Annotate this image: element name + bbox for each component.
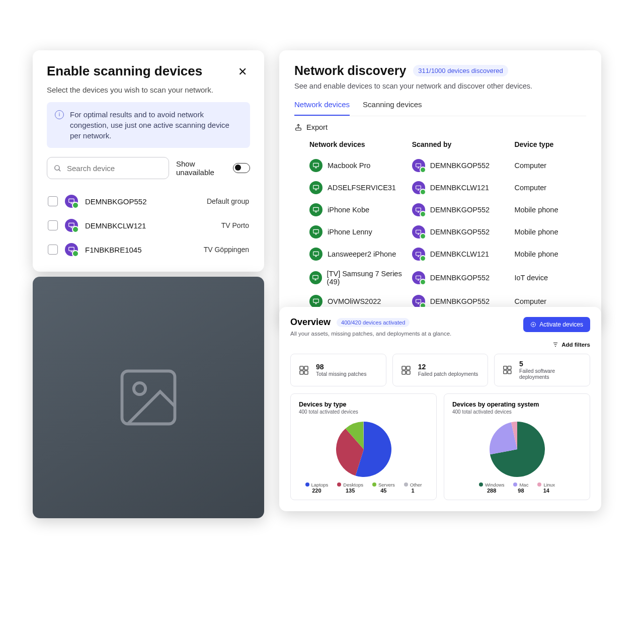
device-name: F1NBKBRE1045 — [85, 246, 142, 254]
overview-subtitle: All your assets, missing patches, and de… — [290, 331, 451, 337]
add-filters-label: Add filters — [561, 342, 590, 348]
search-input-wrap[interactable] — [47, 157, 169, 179]
stat-box[interactable]: 98Total missing patches — [290, 354, 386, 386]
search-icon — [53, 164, 62, 173]
svg-rect-4 — [69, 247, 74, 251]
device-type: Computer — [514, 162, 586, 170]
hero-photo — [33, 277, 264, 518]
scanner-name: DEMNBKGOP552 — [430, 228, 490, 236]
device-row: DEMNBKCLW121TV Porto — [47, 213, 250, 237]
col-scanned-by: Scanned by — [412, 140, 515, 148]
show-unavailable-toggle[interactable] — [233, 163, 250, 173]
pie-chart — [299, 422, 428, 477]
discovery-subtitle: See and enable devices to scan your netw… — [294, 82, 586, 90]
stat-box[interactable]: 5Failed software deployments — [494, 354, 590, 386]
tab-scanning-devices[interactable]: Scanning devices — [363, 100, 422, 116]
stat-box[interactable]: 12Failed patch deployments — [392, 354, 489, 386]
network-device-name: Macbook Pro — [328, 162, 370, 170]
svg-rect-20 — [313, 299, 319, 302]
device-row: DEMNBKGOP552Default group — [47, 189, 250, 213]
network-device-name: Lansweeper2 iPhone — [328, 250, 396, 258]
chart-title: Devices by operating system — [452, 401, 582, 408]
stat-label: Failed software deployments — [519, 368, 583, 380]
scanner-icon — [412, 271, 425, 284]
scanner-name: DEMNBKCLW121 — [430, 184, 489, 192]
panel-subtitle: Select the devices you wish to scan your… — [47, 86, 250, 94]
network-device-icon — [309, 248, 323, 261]
panel-title: Enable scanning devices — [47, 63, 202, 79]
device-checkbox[interactable] — [48, 196, 58, 206]
plus-circle-icon — [530, 321, 536, 328]
scanner-icon — [412, 225, 425, 238]
network-device-name: ADSELFSERVICE31 — [328, 184, 396, 192]
network-device-icon — [309, 225, 323, 238]
table-row: ADSELFSERVICE31DEMNBKCLW121Computer — [294, 177, 586, 199]
scanner-name: DEMNBKGOP552 — [430, 162, 490, 170]
legend-item: Mac98 — [513, 482, 528, 494]
network-device-name: iPhone Kobe — [328, 206, 369, 214]
stat-icon — [400, 364, 412, 376]
device-name: DEMNBKCLW121 — [85, 221, 146, 230]
chart-subtitle: 400 total activated devices — [452, 409, 582, 415]
add-filters-button[interactable]: Add filters — [290, 342, 590, 348]
col-device-type: Device type — [514, 140, 586, 148]
activate-devices-button[interactable]: Activate devices — [523, 317, 590, 332]
svg-rect-30 — [407, 371, 410, 374]
scanner-icon — [412, 181, 425, 194]
device-row: F1NBKBRE1045TV Göppingen — [47, 237, 250, 262]
svg-rect-19 — [416, 276, 421, 279]
device-type: Mobile phone — [514, 206, 586, 214]
overview-title: Overview — [290, 317, 331, 328]
svg-rect-12 — [313, 207, 319, 211]
scanner-icon — [412, 248, 425, 261]
svg-rect-18 — [313, 275, 318, 279]
svg-rect-23 — [300, 366, 303, 370]
discovery-title: Network discovery — [294, 63, 406, 78]
device-type: Mobile phone — [514, 228, 586, 236]
device-type: Computer — [514, 297, 586, 305]
legend-item: Linux14 — [537, 482, 555, 494]
svg-rect-34 — [508, 370, 512, 374]
network-device-name: [TV] Samsung 7 Series (49) — [327, 270, 412, 286]
scanner-icon — [412, 159, 425, 172]
info-icon: i — [55, 110, 64, 119]
chart-title: Devices by type — [299, 401, 428, 408]
svg-rect-28 — [407, 366, 410, 370]
info-text: For optimal results and to avoid network… — [70, 109, 242, 141]
svg-rect-31 — [504, 366, 507, 369]
export-button[interactable]: Export — [294, 123, 586, 131]
svg-rect-2 — [69, 199, 74, 202]
device-checkbox[interactable] — [48, 245, 58, 255]
stat-icon — [298, 364, 310, 376]
svg-rect-25 — [300, 371, 303, 374]
svg-rect-14 — [313, 229, 319, 233]
network-device-icon — [309, 203, 323, 216]
search-input[interactable] — [67, 164, 163, 173]
svg-rect-21 — [416, 299, 421, 303]
svg-rect-24 — [304, 366, 308, 370]
table-row: Macbook ProDEMNBKGOP552Computer — [294, 154, 586, 177]
stat-number: 98 — [316, 363, 366, 371]
chart-box: Devices by type400 total activated devic… — [290, 393, 437, 500]
svg-rect-33 — [504, 370, 507, 374]
svg-rect-11 — [416, 186, 421, 189]
show-unavailable-label: Show unavailable — [176, 159, 228, 177]
table-row: iPhone KobeDEMNBKGOP552Mobile phone — [294, 199, 586, 221]
legend-item: Laptops220 — [305, 482, 329, 494]
table-row: Lansweeper2 iPhoneDEMNBKCLW121Mobile pho… — [294, 243, 586, 265]
legend-item: Windows288 — [479, 482, 505, 494]
close-icon[interactable]: ✕ — [235, 63, 250, 80]
scanner-name: DEMNBKCLW121 — [430, 250, 489, 258]
svg-rect-15 — [416, 230, 421, 233]
legend-item: Other1 — [404, 482, 422, 494]
tab-network-devices[interactable]: Network devices — [294, 100, 350, 116]
table-row: iPhone LennyDEMNBKGOP552Mobile phone — [294, 221, 586, 243]
svg-point-6 — [134, 383, 145, 394]
device-checkbox[interactable] — [48, 220, 58, 230]
network-discovery-panel: Network discovery 311/1000 devices disco… — [279, 50, 601, 325]
svg-rect-13 — [416, 208, 421, 211]
device-type: IoT device — [514, 274, 586, 282]
stat-number: 5 — [519, 360, 583, 368]
svg-rect-9 — [416, 164, 421, 167]
scanner-icon — [412, 203, 425, 216]
